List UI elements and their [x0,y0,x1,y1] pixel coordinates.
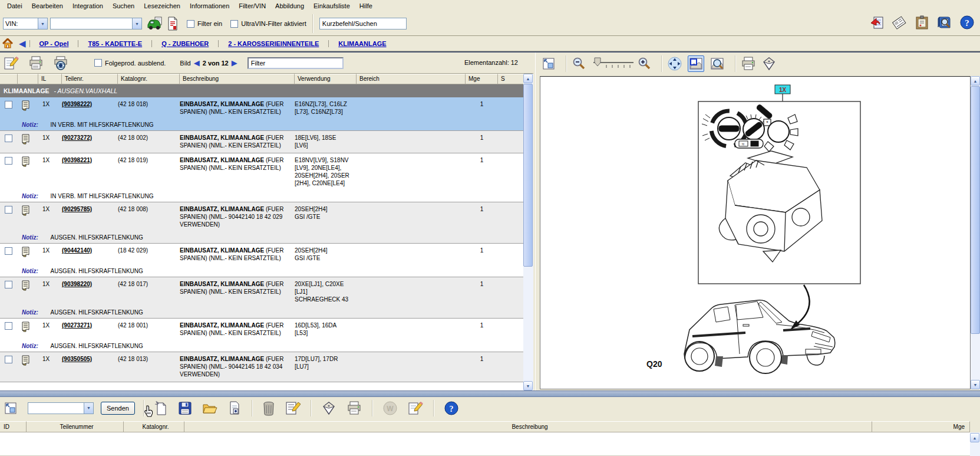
new-entry-icon[interactable] [154,401,168,416]
part-document-icon[interactable] [18,156,38,187]
chevron-down-icon[interactable]: ▼ [132,18,141,29]
menu-item[interactable]: Bearbeiten [27,1,68,11]
column-header[interactable] [18,74,38,84]
notes-icon[interactable] [408,401,423,416]
filter-input[interactable] [248,57,344,69]
table-row[interactable]: 1X (90398220) (42 18 017) EINBAUSATZ, KL… [0,277,523,319]
part-document-icon[interactable] [18,134,38,149]
zoom-slider[interactable] [591,56,636,71]
column-header[interactable]: IL [38,74,62,84]
previous-image-icon[interactable]: ◀ [191,59,203,67]
news-icon[interactable] [892,15,908,31]
open-folder-icon[interactable] [202,401,217,415]
breadcrumb-link[interactable]: Q - ZUBEHOER [151,40,218,47]
breadcrumb-link[interactable]: T85 - KADETTE-E [78,40,151,47]
row-checkbox[interactable] [5,356,12,363]
vin-mode-select[interactable]: VIN: ▼ [3,18,48,29]
part-number-link[interactable]: (90350505) [62,355,118,378]
print-icon[interactable] [347,401,362,416]
selection-grid-body[interactable] [0,432,970,456]
add-document-icon[interactable] [227,401,242,416]
print-preview-icon[interactable] [53,55,68,71]
part-number-link[interactable]: (90442140) [62,247,118,262]
menu-item[interactable]: Integration [68,1,108,11]
part-document-icon[interactable] [18,205,38,228]
zoom-out-icon[interactable] [572,57,586,71]
checkbox[interactable] [94,59,102,67]
row-checkbox[interactable] [5,247,12,255]
horizontal-splitter[interactable] [0,391,980,397]
shortcut-search-input[interactable] [319,18,407,29]
part-document-icon[interactable] [18,280,38,303]
scroll-up-icon[interactable]: ▲ [970,433,979,442]
menu-item[interactable]: Hilfe [355,1,377,11]
menu-item[interactable]: Datei [2,1,27,11]
fit-page-icon[interactable] [542,57,556,71]
detail-zoom-icon[interactable] [710,56,725,71]
column-header[interactable]: Teilenummer [27,421,124,432]
watermark-icon[interactable]: W [382,401,398,416]
row-checkbox[interactable] [5,157,12,165]
table-row[interactable]: 1X (90273271) (42 18 001) EINBAUSATZ, KL… [0,319,523,352]
part-number-link[interactable]: (90295785) [62,205,118,228]
part-document-icon[interactable] [18,247,38,262]
table-row[interactable]: 1X (90398221) (42 18 019) EINBAUSATZ, KL… [0,153,523,202]
part-number-link[interactable]: (90273272) [62,134,118,149]
overview-icon[interactable] [688,55,704,72]
chevron-down-icon[interactable]: ▼ [38,18,47,29]
print-icon[interactable] [28,55,44,71]
help-icon[interactable]: ? [959,15,975,31]
help-icon[interactable]: ? [444,401,459,416]
column-header[interactable]: Beschreibung [184,421,872,432]
column-header[interactable]: Mge [466,74,498,84]
figure-scrollbar[interactable]: ▲ ▼ [971,76,980,389]
menu-item[interactable]: Einkaufsliste [309,1,355,11]
scrollbar-thumb[interactable] [523,84,533,267]
part-document-icon[interactable] [18,322,38,337]
menu-item[interactable]: Informationen [185,1,234,11]
vehicle-icon[interactable] [147,17,163,31]
checkbox[interactable] [187,20,194,28]
column-header[interactable] [0,74,18,84]
column-header[interactable]: Katalognr. [124,421,184,432]
next-image-icon[interactable]: ▶ [229,59,240,67]
home-icon[interactable] [2,38,13,48]
fit-page-icon[interactable] [4,401,18,415]
part-number-link[interactable]: (90273271) [62,322,118,337]
delete-icon[interactable] [262,401,275,416]
scroll-down-icon[interactable]: ▼ [971,380,980,389]
scrollbar-thumb[interactable] [971,86,980,334]
column-header[interactable]: Katalognr. [118,74,180,84]
selection-grid-scrollbar[interactable]: ▲ [970,432,980,456]
tag-icon[interactable] [761,56,777,71]
part-number-link[interactable]: (90398222) [62,100,118,116]
menu-item[interactable]: Lesezeichen [139,1,185,11]
callout-1x[interactable]: 1X [775,85,790,101]
pan-icon[interactable] [667,56,682,71]
hide-successors-checkbox[interactable]: Folgeprod. ausblend. [94,59,166,67]
scroll-up-icon[interactable]: ▲ [523,74,533,83]
column-header[interactable]: ID [0,421,27,432]
shopping-list-select[interactable]: ▼ [28,402,94,414]
table-row[interactable]: 1X (90442140) (18 42 029) EINBAUSATZ, KL… [0,244,523,277]
table-row[interactable]: 1X (90398222) (42 18 018) EINBAUSATZ, KL… [0,97,523,131]
scroll-down-icon[interactable]: ▼ [523,381,533,391]
table-row[interactable]: 1X (90295785) (42 18 008) EINBAUSATZ, KL… [0,202,523,244]
menu-item[interactable]: Abbildung [270,1,309,11]
row-checkbox[interactable] [5,322,12,330]
table-row[interactable]: 1X (90273272) (42 18 002) EINBAUSATZ, KL… [0,131,523,153]
parts-scrollbar[interactable]: ▲ ▼ [523,74,533,391]
part-number-link[interactable]: (90398220) [62,280,118,303]
part-document-icon[interactable] [18,355,38,378]
vin-entry-select[interactable]: ▼ [50,18,142,29]
print-icon[interactable] [741,56,756,71]
edit-list-icon[interactable] [285,401,301,416]
document-back-icon[interactable] [869,15,885,31]
clipboard-icon[interactable] [914,15,930,31]
column-header[interactable]: Bereich [357,74,466,84]
breadcrumb-link[interactable]: KLIMAANLAGE [328,40,395,47]
column-header[interactable]: Teilenr. [62,74,118,84]
chevron-down-icon[interactable]: ▼ [84,403,93,414]
menu-item[interactable]: Suchen [108,1,139,11]
ultravin-checkbox[interactable]: UltraVIN-Filter aktiviert [230,20,306,28]
